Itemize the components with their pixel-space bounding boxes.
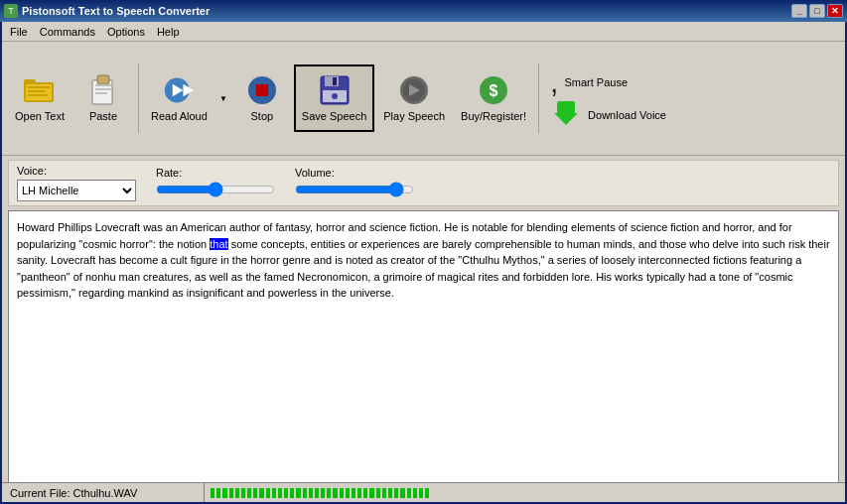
title-buttons: _ □ ✕: [791, 4, 843, 18]
svg-marker-27: [554, 113, 578, 125]
progress-segment: [369, 488, 373, 498]
download-voice-button[interactable]: Download Voice: [550, 101, 666, 129]
progress-segment: [222, 488, 226, 498]
paste-button[interactable]: Paste: [73, 64, 133, 132]
save-speech-icon: [319, 74, 351, 106]
buy-register-icon: $: [478, 74, 509, 106]
progress-segment: [363, 488, 367, 498]
buy-register-label: Buy/Register!: [461, 110, 526, 122]
svg-rect-15: [256, 84, 268, 96]
progress-segment: [407, 488, 411, 498]
progress-segment: [272, 488, 276, 498]
menu-help[interactable]: Help: [151, 24, 186, 40]
progress-segment: [211, 488, 214, 498]
progress-segment: [382, 488, 386, 498]
separator-2: [538, 63, 539, 133]
status-file: Current File: Cthulhu.WAV: [6, 483, 205, 502]
progress-segment: [394, 488, 398, 498]
toolbar: Open Text Paste: [2, 42, 845, 156]
text-content: Howard Phillips Lovecraft was an America…: [9, 211, 838, 310]
svg-rect-4: [28, 90, 46, 92]
progress-segment: [266, 488, 270, 498]
read-aloud-icon: [163, 74, 195, 106]
progress-segment: [235, 488, 239, 498]
text-area-container[interactable]: Howard Phillips Lovecraft was an America…: [8, 210, 839, 502]
progress-segment: [327, 488, 331, 498]
read-aloud-label: Read Aloud: [151, 110, 208, 122]
voice-label: Voice:: [17, 165, 136, 177]
stop-button[interactable]: Stop: [232, 64, 292, 132]
progress-bar: [211, 488, 429, 498]
download-voice-label: Download Voice: [588, 109, 666, 121]
progress-segment: [352, 488, 355, 498]
volume-slider-container: [295, 182, 414, 199]
volume-control: Volume:: [295, 167, 414, 199]
smart-pause-button[interactable]: , Smart Pause: [550, 67, 666, 97]
paste-label: Paste: [89, 110, 117, 122]
smart-pause-icon: ,: [550, 67, 558, 97]
svg-point-20: [332, 93, 338, 99]
voice-select[interactable]: LH Michelle: [17, 180, 136, 201]
svg-rect-3: [28, 86, 50, 88]
separator-1: [138, 63, 139, 133]
close-button[interactable]: ✕: [827, 4, 843, 18]
status-progress: [205, 483, 841, 502]
paste-icon: [87, 74, 119, 106]
app-icon: T: [4, 4, 18, 18]
rate-label: Rate:: [156, 167, 275, 179]
stop-label: Stop: [251, 110, 274, 122]
minimize-button[interactable]: _: [791, 4, 807, 18]
read-aloud-button[interactable]: Read Aloud: [144, 64, 214, 132]
progress-segment: [376, 488, 380, 498]
progress-segment: [229, 488, 233, 498]
menu-commands[interactable]: Commands: [34, 24, 101, 40]
download-voice-icon: [550, 101, 582, 129]
buy-register-button[interactable]: $ Buy/Register!: [454, 64, 533, 132]
progress-segment: [253, 488, 257, 498]
progress-segment: [296, 488, 300, 498]
menu-file[interactable]: File: [4, 24, 34, 40]
open-folder-icon: [24, 74, 56, 106]
progress-segment: [357, 488, 361, 498]
progress-segment: [241, 488, 245, 498]
stop-icon: [246, 74, 278, 106]
window-title: Pistonsoft Text to Speech Converter: [22, 5, 791, 17]
svg-rect-8: [95, 84, 111, 86]
progress-segment: [284, 488, 288, 498]
status-bar: Current File: Cthulhu.WAV: [2, 482, 845, 502]
play-speech-icon: [398, 74, 430, 106]
progress-segment: [388, 488, 392, 498]
read-aloud-dropdown[interactable]: ▼: [216, 64, 230, 132]
svg-rect-5: [28, 94, 48, 96]
title-bar: T Pistonsoft Text to Speech Converter _ …: [0, 0, 847, 22]
play-speech-button[interactable]: Play Speech: [376, 64, 452, 132]
rate-slider[interactable]: [156, 182, 275, 197]
save-speech-button[interactable]: Save Speech: [294, 64, 374, 132]
progress-segment: [419, 488, 423, 498]
progress-segment: [321, 488, 325, 498]
open-text-button[interactable]: Open Text: [8, 64, 71, 132]
svg-rect-26: [557, 101, 575, 114]
voice-control: Voice: LH Michelle: [17, 165, 136, 201]
maximize-button[interactable]: □: [809, 4, 825, 18]
menu-bar: File Commands Options Help: [2, 22, 845, 42]
svg-rect-7: [97, 75, 109, 84]
progress-segment: [278, 488, 282, 498]
volume-slider[interactable]: [295, 182, 414, 197]
rate-control: Rate:: [156, 167, 275, 199]
rate-slider-container: [156, 182, 275, 199]
progress-segment: [247, 488, 251, 498]
progress-segment: [333, 488, 337, 498]
progress-segment: [346, 488, 350, 498]
menu-options[interactable]: Options: [101, 24, 151, 40]
save-speech-label: Save Speech: [302, 110, 366, 122]
volume-label: Volume:: [295, 167, 414, 179]
main-window: File Commands Options Help Open Text: [0, 22, 847, 504]
progress-segment: [259, 488, 263, 498]
svg-rect-18: [333, 77, 337, 85]
controls-bar: Voice: LH Michelle Rate: Volume:: [8, 160, 839, 206]
progress-segment: [425, 488, 429, 498]
progress-segment: [413, 488, 417, 498]
progress-segment: [340, 488, 344, 498]
progress-segment: [303, 488, 307, 498]
